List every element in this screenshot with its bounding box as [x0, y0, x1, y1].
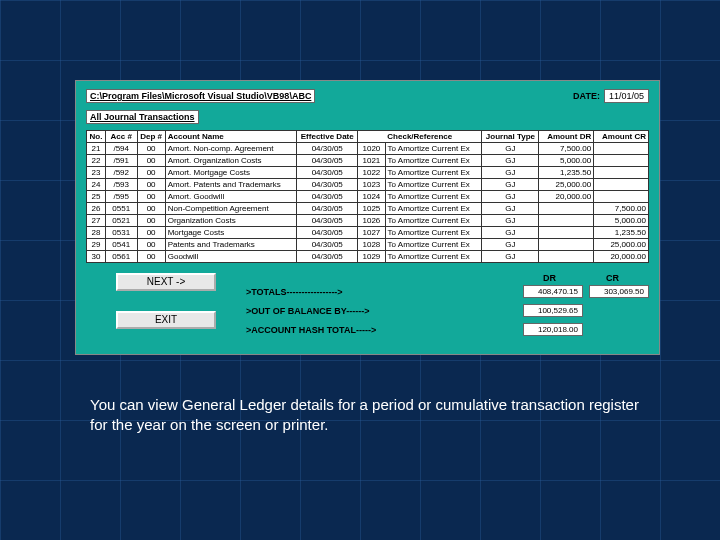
- col-no: No.: [87, 131, 106, 143]
- hash-value: 120,018.00: [523, 323, 583, 336]
- cell-dep: 00: [137, 155, 165, 167]
- file-path: C:\Program Files\Microsoft Visual Studio…: [86, 89, 315, 103]
- cell-check: 1029: [358, 251, 385, 263]
- table-row: 30056100Goodwill04/30/051029To Amortize …: [87, 251, 649, 263]
- col-checkref: Check/Reference: [358, 131, 482, 143]
- cell-cr: [594, 179, 649, 191]
- table-row: 27052100Organization Costs04/30/051026To…: [87, 215, 649, 227]
- table-row: 23/59200Amort. Mortgage Costs04/30/05102…: [87, 167, 649, 179]
- cr-header: CR: [606, 273, 619, 283]
- exit-button[interactable]: EXIT: [116, 311, 216, 329]
- col-name: Account Name: [165, 131, 297, 143]
- journal-panel: C:\Program Files\Microsoft Visual Studio…: [75, 80, 660, 355]
- cell-dep: 00: [137, 167, 165, 179]
- cell-edate: 04/30/05: [297, 203, 358, 215]
- cell-cr: [594, 155, 649, 167]
- cell-name: Amort. Mortgage Costs: [165, 167, 297, 179]
- cell-reference: To Amortize Current Ex: [385, 155, 482, 167]
- cell-acc: /594: [105, 143, 137, 155]
- cell-acc: 0561: [105, 251, 137, 263]
- cell-edate: 04/30/05: [297, 167, 358, 179]
- cell-no: 25: [87, 191, 106, 203]
- cell-dr: [539, 203, 594, 215]
- table-row: 25/59500Amort. Goodwill04/30/051024To Am…: [87, 191, 649, 203]
- cell-check: 1022: [358, 167, 385, 179]
- cell-name: Amort. Non-comp. Agreement: [165, 143, 297, 155]
- cell-jt: GJ: [482, 191, 539, 203]
- cell-name: Patents and Trademarks: [165, 239, 297, 251]
- cell-name: Mortgage Costs: [165, 227, 297, 239]
- cell-reference: To Amortize Current Ex: [385, 239, 482, 251]
- cell-check: 1027: [358, 227, 385, 239]
- cell-acc: 0521: [105, 215, 137, 227]
- totals-dr: 408,470.15: [523, 285, 583, 298]
- cell-acc: /593: [105, 179, 137, 191]
- cell-acc: 0531: [105, 227, 137, 239]
- cell-check: 1020: [358, 143, 385, 155]
- col-edate: Effective Date: [297, 131, 358, 143]
- cell-no: 29: [87, 239, 106, 251]
- cell-cr: [594, 191, 649, 203]
- cell-edate: 04/30/05: [297, 143, 358, 155]
- cell-edate: 04/30/05: [297, 155, 358, 167]
- cell-dep: 00: [137, 227, 165, 239]
- cell-name: Amort. Patents and Trademarks: [165, 179, 297, 191]
- cell-dr: 5,000.00: [539, 155, 594, 167]
- cell-reference: To Amortize Current Ex: [385, 227, 482, 239]
- next-button[interactable]: NEXT ->: [116, 273, 216, 291]
- cell-name: Non-Competition Agreement: [165, 203, 297, 215]
- table-row: 28053100Mortgage Costs04/30/051027To Amo…: [87, 227, 649, 239]
- date-value: 11/01/05: [604, 89, 649, 103]
- cell-no: 27: [87, 215, 106, 227]
- cell-edate: 04/30/05: [297, 215, 358, 227]
- cell-edate: 04/30/05: [297, 179, 358, 191]
- dr-header: DR: [543, 273, 556, 283]
- cell-dr: [539, 251, 594, 263]
- cell-reference: To Amortize Current Ex: [385, 191, 482, 203]
- cell-name: Amort. Goodwill: [165, 191, 297, 203]
- oob-row: >OUT OF BALANCE BY------> 100,529.65: [246, 304, 649, 317]
- buttons-area: NEXT -> EXIT: [86, 273, 246, 349]
- cell-acc: 0541: [105, 239, 137, 251]
- cell-no: 22: [87, 155, 106, 167]
- cell-jt: GJ: [482, 179, 539, 191]
- col-dr: Amount DR: [539, 131, 594, 143]
- cell-edate: 04/30/05: [297, 227, 358, 239]
- oob-label: >OUT OF BALANCE BY------>: [246, 306, 517, 316]
- cell-cr: 7,500.00: [594, 203, 649, 215]
- cell-cr: 25,000.00: [594, 239, 649, 251]
- totals-row: >TOTALS-----------------> 408,470.15 303…: [246, 285, 649, 298]
- cell-jt: GJ: [482, 167, 539, 179]
- panel-subtitle: All Journal Transactions: [86, 110, 199, 124]
- totals-label: >TOTALS----------------->: [246, 287, 517, 297]
- cell-dr: [539, 239, 594, 251]
- cell-dr: 25,000.00: [539, 179, 594, 191]
- table-row: 24/59300Amort. Patents and Trademarks04/…: [87, 179, 649, 191]
- cell-jt: GJ: [482, 155, 539, 167]
- hash-label: >ACCOUNT HASH TOTAL----->: [246, 325, 517, 335]
- cell-check: 1021: [358, 155, 385, 167]
- col-acc: Acc #: [105, 131, 137, 143]
- col-jt: Journal Type: [482, 131, 539, 143]
- cell-jt: GJ: [482, 203, 539, 215]
- cell-cr: [594, 167, 649, 179]
- cell-dep: 00: [137, 203, 165, 215]
- cell-reference: To Amortize Current Ex: [385, 215, 482, 227]
- cell-reference: To Amortize Current Ex: [385, 203, 482, 215]
- table-header-row: No. Acc # Dep # Account Name Effective D…: [87, 131, 649, 143]
- cell-acc: /592: [105, 167, 137, 179]
- header-row: C:\Program Files\Microsoft Visual Studio…: [86, 89, 649, 103]
- cell-reference: To Amortize Current Ex: [385, 143, 482, 155]
- cell-dr: [539, 215, 594, 227]
- cell-no: 24: [87, 179, 106, 191]
- table-row: 29054100Patents and Trademarks04/30/0510…: [87, 239, 649, 251]
- cell-check: 1026: [358, 215, 385, 227]
- cell-name: Amort. Organization Costs: [165, 155, 297, 167]
- cell-check: 1024: [358, 191, 385, 203]
- totals-cr: 303,069.50: [589, 285, 649, 298]
- cell-no: 23: [87, 167, 106, 179]
- cell-no: 26: [87, 203, 106, 215]
- col-dep: Dep #: [137, 131, 165, 143]
- oob-value: 100,529.65: [523, 304, 583, 317]
- cell-check: 1023: [358, 179, 385, 191]
